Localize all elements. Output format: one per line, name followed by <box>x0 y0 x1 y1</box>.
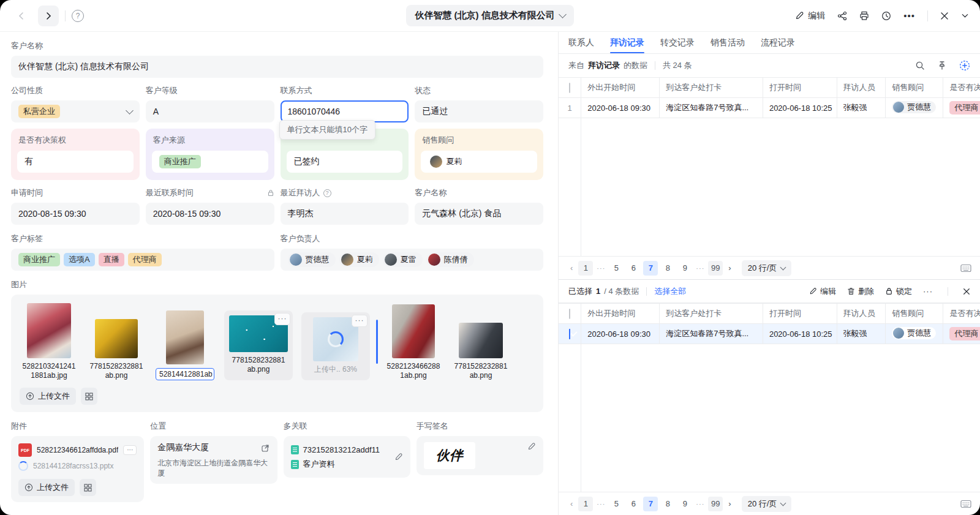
cell-start-time[interactable]: 2020-06-18 09:30 <box>581 324 660 344</box>
tab-visit-records[interactable]: 拜访记录 <box>610 32 644 53</box>
attachment-item[interactable]: PDF 528212346612affdda.pdf ··· <box>18 442 137 458</box>
column-header[interactable]: 拜访人员 <box>837 304 886 324</box>
next-page-icon[interactable]: › <box>725 263 734 273</box>
cell-start-time[interactable]: 2020-06-18 09:30 <box>581 98 660 118</box>
customer-name-field[interactable]: 伙伴智慧 (北京) 信息技术有限公司 <box>11 56 543 78</box>
tag[interactable]: 代理商 <box>128 253 162 266</box>
image-attachment[interactable]: 7781528232881ab.png <box>451 323 510 380</box>
column-header[interactable]: 销售顾问 <box>886 304 943 324</box>
person-chip[interactable]: 夏莉 <box>339 252 379 267</box>
status-field[interactable]: 已通过 <box>415 100 543 122</box>
grid-view-button[interactable] <box>81 388 97 405</box>
edit-button[interactable]: 编辑 <box>795 10 825 21</box>
person-chip[interactable]: 夏雷 <box>383 252 423 267</box>
sign-status-field[interactable]: 已签约 <box>287 151 403 173</box>
image-more-button[interactable]: ··· <box>352 315 368 327</box>
lock-selected-button[interactable]: 锁定 <box>885 286 912 297</box>
prev-page-icon[interactable]: ‹ <box>567 263 576 273</box>
page-button[interactable]: 1 <box>578 497 593 511</box>
info-icon[interactable]: ? <box>323 189 331 197</box>
rename-input[interactable]: 52814412881ab <box>156 368 214 380</box>
image-attachment-hover[interactable]: ··· 7781528232881ab.png <box>224 310 293 380</box>
customer-level-field[interactable]: A <box>146 100 274 122</box>
last-visitor-field[interactable]: 李明杰 <box>281 203 409 225</box>
page-button[interactable]: 1 <box>578 261 593 276</box>
sales-advisor-field[interactable]: 夏莉 <box>421 151 537 173</box>
column-header[interactable]: 打开时间 <box>763 78 837 98</box>
cell-decision[interactable]: 代理商 <box>943 324 980 344</box>
help-icon[interactable]: ? <box>72 10 84 22</box>
upload-file-button[interactable]: 上传文件 <box>20 388 76 405</box>
forward-button[interactable] <box>38 6 59 26</box>
table-row-selected[interactable]: 2020-06-18 09:30 海淀区知春路7号致真... 2020-06-1… <box>559 324 980 344</box>
row-number[interactable]: 1 <box>559 98 581 118</box>
more-actions-button[interactable]: ··· <box>923 287 933 296</box>
column-header[interactable]: 拜访人员 <box>837 78 886 98</box>
search-icon[interactable] <box>915 61 925 70</box>
column-header[interactable]: 销售顾问 <box>886 78 943 98</box>
page-button[interactable]: 9 <box>677 497 692 511</box>
checkbox-checked[interactable] <box>569 329 570 339</box>
tag[interactable]: 商业推广 <box>18 253 60 266</box>
back-button[interactable] <box>11 6 32 26</box>
checkbox[interactable] <box>569 83 570 93</box>
column-header[interactable]: 到达客户处打卡 <box>660 304 763 324</box>
page-size-select[interactable]: 20 行/页 <box>742 496 792 512</box>
prev-page-icon[interactable]: ‹ <box>567 499 576 508</box>
more-icon[interactable]: ••• <box>903 10 915 21</box>
select-all-link[interactable]: 选择全部 <box>654 286 686 297</box>
upload-file-button[interactable]: 上传文件 <box>18 479 75 496</box>
attachment-more-button[interactable]: ··· <box>123 445 137 455</box>
last-contact-time-field[interactable]: 2020-08-15 09:30 <box>146 203 274 225</box>
tab-process-records[interactable]: 流程记录 <box>761 32 795 53</box>
tag[interactable]: 直播 <box>99 253 124 266</box>
pin-icon[interactable] <box>937 61 947 70</box>
close-icon[interactable] <box>940 12 949 20</box>
collapse-icon[interactable] <box>961 12 969 20</box>
apply-time-field[interactable]: 2020-08-15 09:30 <box>11 203 140 225</box>
related-customer-field[interactable]: 元气森林 (北京) 食品 <box>415 203 543 225</box>
decision-field[interactable]: 有 <box>17 151 134 173</box>
delete-selected-button[interactable]: 删除 <box>847 286 874 297</box>
table-row[interactable]: 1 2020-06-18 09:30 海淀区知春路7号致真... 2020-06… <box>559 98 980 118</box>
history-icon[interactable] <box>881 11 891 21</box>
image-attachment-renaming[interactable]: 52814412881ab <box>154 310 216 380</box>
print-icon[interactable] <box>859 11 869 21</box>
page-button[interactable]: 6 <box>626 261 641 276</box>
next-page-icon[interactable]: › <box>725 499 734 508</box>
page-size-select[interactable]: 20 行/页 <box>742 260 792 276</box>
contact-input[interactable]: 18601070446 <box>281 100 409 122</box>
column-header[interactable]: 到达客户处打卡 <box>660 78 763 98</box>
column-header[interactable]: 打开时间 <box>763 304 837 324</box>
customer-tags-field[interactable]: 商业推广 选项A 直播 代理商 <box>11 249 274 271</box>
location-field[interactable]: 金隅嘉华大厦 北京市海淀区上地街道金隅嘉华大厦 <box>150 436 277 484</box>
tab-contacts[interactable]: 联系人 <box>568 32 594 53</box>
person-chip[interactable]: 夏莉 <box>428 154 468 169</box>
cell-decision[interactable]: 代理商 <box>943 98 980 118</box>
page-button[interactable]: 8 <box>660 497 675 511</box>
person-chip[interactable]: 贾德慧 <box>892 327 936 339</box>
image-uploading[interactable]: ··· 上传中.. 63% <box>301 312 370 380</box>
cell-visitor[interactable]: 张毅强 <box>837 98 886 118</box>
edit-selected-button[interactable]: 编辑 <box>809 286 836 297</box>
page-button[interactable]: 5 <box>609 261 624 276</box>
image-attachment[interactable]: 7781528232881ab.png <box>87 319 146 380</box>
cell-checkin[interactable]: 海淀区知春路7号致真... <box>660 98 763 118</box>
tag[interactable]: 选项A <box>64 253 95 266</box>
page-button[interactable]: 9 <box>677 261 692 276</box>
page-button[interactable]: 5 <box>609 497 624 511</box>
image-attachment[interactable]: 52821234662881ab.png <box>384 304 443 380</box>
person-chip[interactable]: 贾德慧 <box>892 101 936 113</box>
source-field[interactable]: 商业推广 <box>152 151 268 173</box>
column-header[interactable]: 外出开始时间 <box>581 304 660 324</box>
add-record-icon[interactable] <box>959 60 970 71</box>
share-icon[interactable] <box>837 11 847 21</box>
column-header[interactable]: 外出开始时间 <box>581 78 660 98</box>
cell-open-time[interactable]: 2020-06-18 10:25 <box>763 98 837 118</box>
keyboard-shortcuts-icon[interactable] <box>960 264 971 273</box>
current-page-button[interactable]: 7 <box>643 497 658 511</box>
keyboard-shortcuts-icon[interactable] <box>960 500 971 508</box>
column-header[interactable]: 是否有决策权 <box>943 78 980 98</box>
relation-item[interactable]: 732152813212addf11 <box>291 442 394 457</box>
close-selection-icon[interactable] <box>963 288 970 295</box>
